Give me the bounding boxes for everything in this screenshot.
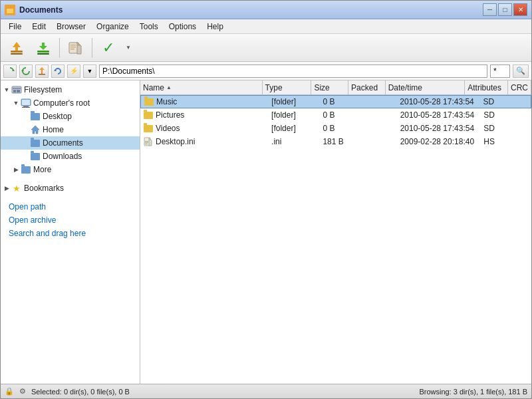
toggle-bookmarks[interactable]: ▶ <box>2 184 11 193</box>
check-button[interactable]: ✓ <box>96 37 120 59</box>
col-header-datetime[interactable]: Date/time <box>386 80 466 94</box>
status-icon: ⚙ <box>19 387 26 396</box>
nav-extra-button[interactable]: ⚡ <box>67 65 80 78</box>
titlebar-buttons: ─ □ ✕ <box>483 3 527 16</box>
folder-icon <box>144 96 154 107</box>
svg-marker-29 <box>31 126 39 134</box>
sidebar-item-more[interactable]: ▶ More <box>1 163 140 176</box>
sidebar-item-bookmarks[interactable]: ▶ ★ Bookmarks <box>1 182 140 195</box>
nav-refresh-button[interactable] <box>3 65 17 78</box>
menu-organize[interactable]: Organize <box>91 21 134 33</box>
selected-status: Selected: 0 dir(s), 0 file(s), 0 B <box>31 388 130 396</box>
svg-rect-11 <box>70 47 76 48</box>
maximize-button[interactable]: □ <box>498 3 512 16</box>
sidebar-item-desktop[interactable]: Desktop <box>1 110 140 123</box>
bookmarks-icon: ★ <box>11 183 22 194</box>
nav-up-button[interactable] <box>35 65 49 78</box>
col-header-crc[interactable]: CRC <box>508 80 531 94</box>
computer-root-icon <box>21 98 31 108</box>
svg-rect-7 <box>37 53 49 55</box>
svg-marker-14 <box>77 42 81 46</box>
sidebar-links: Open path Open archive Search and drag h… <box>1 200 140 240</box>
sidebar-item-computer-root[interactable]: ▼ Computer's root <box>1 96 140 110</box>
home-icon <box>30 124 41 135</box>
svg-marker-19 <box>39 67 45 70</box>
sidebar-item-downloads[interactable]: Downloads <box>1 150 140 163</box>
svg-rect-34 <box>145 142 148 143</box>
toggle-filesystem[interactable]: ▼ <box>2 85 11 94</box>
svg-rect-28 <box>22 107 30 108</box>
col-header-attrs[interactable]: Attributes <box>465 80 508 94</box>
lock-icon: 🔒 <box>5 387 14 396</box>
folder-icon <box>143 110 154 120</box>
svg-rect-18 <box>39 74 45 75</box>
nav-back-button[interactable] <box>19 65 33 78</box>
filesystem-label: Filesystem <box>24 85 62 94</box>
downloads-icon <box>30 151 41 162</box>
menubar: File Edit Browser Organize Tools Options… <box>1 19 531 34</box>
home-label: Home <box>43 125 64 134</box>
main-area: ▼ Filesystem ▼ <box>1 80 531 384</box>
toggle-more[interactable]: ▶ <box>11 165 21 174</box>
computer-root-label: Computer's root <box>33 98 90 108</box>
check-dropdown[interactable]: ▼ <box>123 37 134 59</box>
svg-rect-10 <box>70 45 76 46</box>
table-row[interactable]: Pictures [folder] 0 B 2010-05-28 17:43:5… <box>140 108 531 122</box>
svg-rect-24 <box>17 90 20 92</box>
svg-rect-4 <box>11 53 23 55</box>
col-header-size[interactable]: Size <box>311 80 348 94</box>
download-button[interactable] <box>31 37 55 59</box>
svg-rect-26 <box>22 100 30 105</box>
window-title: Documents <box>19 5 483 15</box>
svg-rect-33 <box>145 141 148 142</box>
close-button[interactable]: ✕ <box>513 3 527 16</box>
svg-rect-12 <box>70 49 74 50</box>
documents-icon <box>30 138 41 148</box>
sort-arrow: ▲ <box>166 84 172 90</box>
file-icon <box>143 136 154 147</box>
table-row[interactable]: Music [folder] 0 B 2010-05-28 17:43:54 S… <box>140 95 531 108</box>
open-archive-link[interactable]: Open archive <box>3 213 140 227</box>
statusbar: 🔒 ⚙ Selected: 0 dir(s), 0 file(s), 0 B B… <box>1 384 531 398</box>
wildcard-input[interactable] <box>490 65 510 78</box>
sidebar-item-documents[interactable]: Documents <box>1 136 140 150</box>
svg-marker-8 <box>39 43 47 50</box>
folder-icon <box>143 123 154 134</box>
menu-file[interactable]: File <box>3 21 27 33</box>
view-button[interactable] <box>64 37 88 59</box>
table-row[interactable]: Videos [folder] 0 B 2010-05-28 17:43:54 … <box>140 122 531 135</box>
open-path-link[interactable]: Open path <box>3 200 140 213</box>
search-button[interactable]: 🔍 <box>513 65 529 78</box>
svg-rect-22 <box>13 88 21 89</box>
minimize-button[interactable]: ─ <box>483 3 497 16</box>
sidebar-item-home[interactable]: Home <box>1 123 140 136</box>
desktop-label: Desktop <box>43 112 72 121</box>
toggle-computer[interactable]: ▼ <box>11 98 21 108</box>
nav-reload-button[interactable] <box>51 65 65 78</box>
sidebar: ▼ Filesystem ▼ <box>1 80 140 384</box>
search-drag-link[interactable]: Search and drag here <box>3 227 140 240</box>
filesystem-icon <box>11 84 22 95</box>
table-row[interactable]: Desktop.ini .ini 181 B 2009-02-28 20:18:… <box>140 135 531 148</box>
col-header-type[interactable]: Type <box>263 80 312 94</box>
col-header-name[interactable]: Name ▲ <box>140 80 263 94</box>
nav-dropdown-button[interactable]: ▼ <box>83 65 96 78</box>
menu-help[interactable]: Help <box>201 21 229 33</box>
menu-tools[interactable]: Tools <box>134 21 164 33</box>
sidebar-item-filesystem[interactable]: ▼ Filesystem <box>1 83 140 96</box>
svg-rect-1 <box>6 7 10 9</box>
upload-button[interactable] <box>5 37 29 59</box>
address-input[interactable] <box>99 65 487 78</box>
filelist-header: Name ▲ Type Size Packed Date/time Attrib… <box>140 80 531 95</box>
svg-rect-27 <box>23 106 29 107</box>
menu-options[interactable]: Options <box>164 21 201 33</box>
menu-browser[interactable]: Browser <box>51 21 91 33</box>
toolbar: ✓ ▼ <box>1 34 531 62</box>
col-header-packed[interactable]: Packed <box>348 80 386 94</box>
svg-rect-35 <box>145 144 148 144</box>
more-label: More <box>33 165 51 174</box>
menu-edit[interactable]: Edit <box>27 21 51 33</box>
toolbar-separator-1 <box>59 38 60 58</box>
window-icon <box>5 5 15 15</box>
main-window: Documents ─ □ ✕ File Edit Browser Organi… <box>0 0 532 399</box>
